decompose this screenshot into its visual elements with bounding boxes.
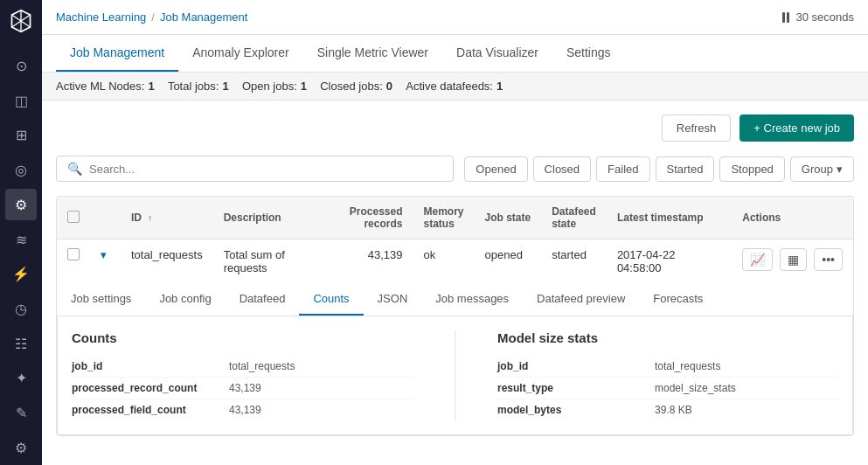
status-open-jobs-label: Open jobs: bbox=[242, 80, 297, 93]
counts-panel-title: Counts bbox=[72, 330, 413, 345]
filter-group[interactable]: Group ▾ bbox=[790, 156, 854, 182]
filter-failed[interactable]: Failed bbox=[596, 156, 649, 182]
breadcrumb-separator: / bbox=[151, 10, 155, 24]
select-all-checkbox[interactable] bbox=[67, 211, 80, 223]
sidebar: ⊙ ◫ ⊞ ◎ ⚙ ≋ ⚡ ◷ ☷ ✦ ✎ ⚙ bbox=[0, 0, 42, 465]
status-active-datafeeds-value: 1 bbox=[496, 80, 503, 93]
timer-label: 30 seconds bbox=[796, 10, 855, 24]
sidebar-item-dashboard[interactable]: ⊞ bbox=[5, 120, 37, 151]
cell-datafeed-state: started bbox=[541, 239, 607, 284]
filter-opened[interactable]: Opened bbox=[464, 156, 527, 182]
filter-started[interactable]: Started bbox=[656, 156, 715, 182]
col-job-state: Job state bbox=[475, 197, 542, 239]
sub-tab-json[interactable]: JSON bbox=[364, 283, 422, 316]
toolbar: Refresh + Create new job bbox=[56, 115, 854, 142]
breadcrumb-app[interactable]: Machine Learning bbox=[56, 10, 146, 24]
bottom-panels: Counts job_id total_requests processed_r… bbox=[57, 316, 853, 435]
row-checkbox[interactable] bbox=[67, 248, 80, 260]
topbar: Machine Learning / Job Management 30 sec… bbox=[42, 0, 868, 35]
sidebar-item-infrastructure[interactable]: ☷ bbox=[5, 328, 37, 359]
status-closed-jobs-value: 0 bbox=[386, 80, 392, 93]
tab-single-metric-viewer[interactable]: Single Metric Viewer bbox=[303, 35, 442, 72]
tab-anomaly-explorer[interactable]: Anomaly Explorer bbox=[178, 35, 303, 72]
sidebar-item-management[interactable]: ⚙ bbox=[5, 432, 37, 463]
app-logo bbox=[7, 7, 35, 35]
refresh-button[interactable]: Refresh bbox=[662, 115, 732, 142]
jobs-table-wrap: ID ↑ Description Processedrecords Memory… bbox=[56, 196, 854, 436]
cell-processed-records: 43,139 bbox=[339, 239, 413, 284]
action-chart-button[interactable]: 📈 bbox=[742, 248, 773, 271]
action-table-button[interactable]: ▦ bbox=[780, 248, 807, 271]
sidebar-item-apm[interactable]: ⚡ bbox=[5, 259, 37, 290]
sort-icon[interactable]: ↑ bbox=[148, 213, 152, 223]
sub-tabs: Job settings Job config Datafeed Counts … bbox=[57, 283, 853, 316]
nav-tabs: Job Management Anomaly Explorer Single M… bbox=[42, 35, 868, 73]
model-size-row-model-bytes: model_bytes 39.8 KB bbox=[497, 399, 838, 420]
model-size-panel: Model size stats job_id total_requests r… bbox=[497, 330, 838, 420]
status-active-ml-label: Active ML Nodes: bbox=[56, 80, 144, 93]
col-description: Description bbox=[213, 197, 339, 239]
sidebar-item-timelion[interactable]: ◎ bbox=[5, 155, 37, 186]
expand-icon[interactable]: ▾ bbox=[101, 248, 107, 261]
row-actions: 📈 ▦ ••• bbox=[742, 248, 843, 271]
filter-buttons: Opened Closed Failed Started Stopped Gro… bbox=[464, 156, 854, 182]
breadcrumb-page: Job Management bbox=[160, 10, 247, 24]
sub-tab-job-config[interactable]: Job config bbox=[145, 283, 225, 316]
jobs-table: ID ↑ Description Processedrecords Memory… bbox=[57, 197, 853, 283]
model-size-row-job-id: job_id total_requests bbox=[497, 356, 838, 378]
sidebar-item-visualize[interactable]: ◫ bbox=[5, 85, 37, 116]
counts-row-processed-record-count: processed_record_count 43,139 bbox=[72, 378, 413, 399]
col-id: ID ↑ bbox=[121, 197, 213, 239]
cell-description: Total sum of requests bbox=[213, 239, 339, 284]
col-memory-status: Memorystatus bbox=[413, 197, 474, 239]
status-total-jobs-value: 1 bbox=[222, 80, 228, 93]
sidebar-item-monitoring[interactable]: ≋ bbox=[5, 224, 37, 255]
filter-closed[interactable]: Closed bbox=[533, 156, 591, 182]
cell-job-state: opened bbox=[475, 239, 542, 284]
status-bar: Active ML Nodes: 1 Total jobs: 1 Open jo… bbox=[42, 73, 868, 101]
counts-row-job-id: job_id total_requests bbox=[72, 356, 413, 378]
sidebar-item-discover[interactable]: ⊙ bbox=[5, 51, 37, 82]
sub-tab-datafeed-preview[interactable]: Datafeed preview bbox=[523, 283, 639, 316]
create-new-job-button[interactable]: + Create new job bbox=[740, 115, 854, 142]
table-row: ▾ total_requests Total sum of requests 4… bbox=[57, 239, 853, 284]
topbar-right: 30 seconds bbox=[782, 10, 855, 24]
col-processed-records: Processedrecords bbox=[339, 197, 413, 239]
breadcrumb: Machine Learning / Job Management bbox=[56, 10, 247, 24]
chevron-down-icon: ▾ bbox=[837, 163, 843, 176]
counts-panel: Counts job_id total_requests processed_r… bbox=[72, 330, 413, 420]
sub-tab-forecasts[interactable]: Forecasts bbox=[639, 283, 717, 316]
status-active-ml-value: 1 bbox=[148, 80, 154, 93]
search-icon: 🔍 bbox=[67, 162, 82, 176]
sub-tab-datafeed[interactable]: Datafeed bbox=[226, 283, 300, 316]
status-closed-jobs-label: Closed jobs: bbox=[320, 80, 383, 93]
counts-row-processed-field-count: processed_field_count 43,139 bbox=[72, 399, 413, 420]
sidebar-item-ml[interactable]: ⚙ bbox=[5, 189, 37, 220]
cell-latest-timestamp: 2017-04-22 04:58:00 bbox=[607, 239, 732, 284]
model-size-row-result-type: result_type model_size_stats bbox=[497, 378, 838, 399]
sub-tab-job-messages[interactable]: Job messages bbox=[421, 283, 523, 316]
status-active-datafeeds-label: Active datafeeds: bbox=[406, 80, 493, 93]
filter-stopped[interactable]: Stopped bbox=[719, 156, 784, 182]
cell-memory-status: ok bbox=[413, 239, 474, 284]
sub-tab-counts[interactable]: Counts bbox=[299, 283, 363, 316]
search-box: 🔍 bbox=[56, 156, 454, 182]
search-input[interactable] bbox=[89, 163, 442, 176]
tab-job-management[interactable]: Job Management bbox=[56, 35, 178, 72]
sidebar-item-logs[interactable]: ◷ bbox=[5, 294, 37, 325]
panel-divider bbox=[455, 330, 455, 420]
cell-id: total_requests bbox=[121, 239, 213, 284]
action-more-button[interactable]: ••• bbox=[814, 248, 843, 271]
sub-tab-job-settings[interactable]: Job settings bbox=[57, 283, 145, 316]
sidebar-item-devtools[interactable]: ✎ bbox=[5, 398, 37, 429]
col-datafeed-state: Datafeedstate bbox=[541, 197, 607, 239]
status-total-jobs-label: Total jobs: bbox=[168, 80, 219, 93]
table-header-row: ID ↑ Description Processedrecords Memory… bbox=[57, 197, 853, 239]
model-size-panel-title: Model size stats bbox=[497, 330, 838, 345]
pause-icon[interactable] bbox=[782, 12, 789, 23]
sidebar-item-graph[interactable]: ✦ bbox=[5, 363, 37, 394]
tab-data-visualizer[interactable]: Data Visualizer bbox=[442, 35, 552, 72]
main-content: Machine Learning / Job Management 30 sec… bbox=[42, 0, 868, 465]
page-content: Refresh + Create new job 🔍 Opened Closed… bbox=[42, 101, 868, 465]
tab-settings[interactable]: Settings bbox=[552, 35, 625, 72]
